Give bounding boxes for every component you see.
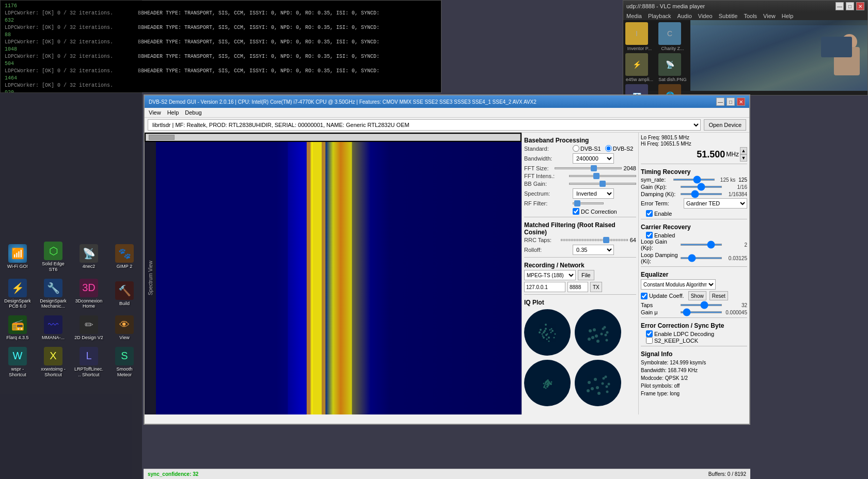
dvb-open-device-button[interactable]: Open Device [704, 119, 746, 131]
desktop-icon-wspr[interactable]: W wspr - Shortcut [2, 345, 33, 380]
vlc-minimize-button[interactable]: — [835, 2, 844, 10]
sym-rate-slider[interactable] [673, 179, 715, 181]
freq-up-button[interactable]: ▲ [740, 147, 747, 154]
desktop-icon-mmana[interactable]: 〰 MMANA-... [38, 313, 69, 343]
svg-point-56 [546, 386, 548, 388]
s2-keep-lock-checkbox[interactable] [646, 337, 653, 344]
vlc-menu-playback[interactable]: Playback [648, 13, 671, 19]
icon-label-designspark-pcb: DesignSpark PCB 6.0 [3, 298, 32, 310]
svg-point-38 [589, 329, 592, 332]
desktop-icon-smooth[interactable]: S Smooth Meteor [109, 345, 140, 380]
equalizer-algorithm-select[interactable]: Constant Modulus Algorithm [641, 279, 716, 290]
vlc-close-button[interactable]: ✕ [856, 2, 864, 10]
desktop-icon-gimp[interactable]: 🐾 GIMP 2 [109, 240, 140, 275]
equalizer-show-button[interactable]: Show [688, 291, 706, 300]
spectrum-select[interactable]: Inverted [573, 188, 614, 199]
dvb-device-select[interactable]: librtlsdr | MF: Realtek, PROD: RTL2838UH… [148, 119, 701, 131]
vlc-menu-media[interactable]: Media [626, 13, 642, 19]
file-button[interactable]: File [578, 270, 594, 280]
desktop-icon-4nec2[interactable]: 📡 4nec2 [73, 240, 104, 275]
loop-damping-ki-slider[interactable] [681, 257, 722, 259]
scroll-thumb[interactable] [149, 135, 175, 140]
vlc-menu-audio[interactable]: Audio [677, 13, 692, 19]
vlc-menu-tools[interactable]: Tools [744, 13, 757, 19]
dvbs1-radio-item[interactable]: DVB-S1 [573, 145, 601, 152]
dc-correction-checkbox[interactable] [573, 208, 579, 215]
fft-size-slider[interactable] [555, 167, 622, 169]
dvb-window: DVB-S2 Demod GUI - Version 2.0.16 | CPU:… [144, 94, 750, 425]
desktop-icon-3dconnexion[interactable]: 3D 3Dconnexion Home [73, 277, 104, 312]
dc-correction-label[interactable]: DC Correction [573, 208, 617, 215]
ldpc-checkbox[interactable] [646, 330, 653, 337]
dvbs2-radio-item[interactable]: DVB-S2 [605, 145, 634, 152]
bandwidth-select[interactable]: 2400000 [573, 153, 614, 164]
vlc-maximize-button[interactable]: □ [846, 2, 854, 10]
icon-label-view: View [119, 335, 129, 341]
equalizer-gain-mu-slider[interactable] [681, 311, 722, 313]
desktop-icon-lrp[interactable]: L LRPToffLinec... Shortcut [73, 345, 104, 380]
dvb-maximize-button[interactable]: □ [727, 98, 735, 106]
svg-point-37 [605, 334, 607, 337]
rolloff-select[interactable]: 0.35 [573, 245, 614, 255]
desktop-icon-solid-edge[interactable]: ⬡ Solid Edge ST6 [38, 240, 69, 275]
svg-point-65 [602, 382, 604, 385]
equalizer-taps-value: 32 [724, 302, 747, 308]
carrier-enabled-checkbox[interactable] [646, 232, 653, 238]
rolloff-label: Rolloff: [524, 247, 571, 253]
desktop-icon-designspark-pcb[interactable]: ⚡ DesignSpark PCB 6.0 [2, 277, 33, 312]
vlc-menu-subtitle[interactable]: Subtitle [719, 13, 738, 19]
divider-8 [641, 346, 747, 346]
update-coeff-checkbox[interactable] [641, 293, 648, 299]
bb-gain-slider[interactable] [569, 183, 636, 185]
charity-icon: C [658, 22, 681, 45]
icon-label-xxxtom: xxwxtoimg - Shortcut [39, 366, 68, 378]
update-coeff-label[interactable]: Update Coeff. [641, 293, 684, 299]
desktop-icon-xxxtom[interactable]: X xxwxtoimg - Shortcut [38, 345, 69, 380]
desktop-icon-flarq[interactable]: 📻 Flarq 4.3.5 [2, 313, 33, 343]
equalizer-gain-mu-value: 0.000045 [724, 310, 747, 315]
damping-ki-slider[interactable] [681, 193, 722, 195]
vlc-titlebar: udp://:8888 - VLC media player — □ ✕ [623, 1, 867, 12]
desktop-icon-grid: 📶 Wi-Fi GO! ⬡ Solid Edge ST6 📡 4nec2 🐾 G… [0, 237, 142, 382]
dvb-minimize-button[interactable]: — [716, 98, 724, 106]
equalizer-reset-button[interactable]: Reset [709, 291, 728, 300]
rf-filter-label: RF Filter: [524, 200, 571, 206]
mpeg-ts-select[interactable]: MPEG-TS (188) [524, 270, 576, 280]
rrc-taps-slider[interactable] [561, 239, 628, 241]
freq-spinners: ▲ ▼ [740, 147, 747, 162]
desktop-icon-view[interactable]: 👁 View [109, 313, 140, 343]
dvb-menu-help[interactable]: Help [167, 109, 179, 116]
ip-input[interactable] [524, 282, 565, 292]
gain-kp-slider[interactable] [681, 186, 722, 188]
rf-filter-slider[interactable] [573, 202, 604, 204]
dvb-menu-view[interactable]: View [149, 109, 161, 116]
vlc-menu-help[interactable]: Help [782, 13, 794, 19]
desktop-icon-designspark-mech[interactable]: 🔧 DesignSpark Mechanic... [38, 277, 69, 312]
spectrum-scrollbar[interactable] [146, 134, 520, 141]
error-term-select[interactable]: Gardner TED [684, 198, 747, 209]
rf-filter-row: RF Filter: [524, 200, 636, 206]
fft-intens-slider[interactable] [569, 175, 636, 177]
equalizer-taps-slider[interactable] [681, 304, 722, 306]
freq-down-button[interactable]: ▼ [740, 154, 747, 162]
svg-point-39 [604, 326, 606, 329]
dvbs1-radio[interactable] [573, 145, 579, 152]
svg-point-18 [550, 332, 552, 333]
hi-freq-label: Hi Freq: 10651.5 MHz [641, 141, 691, 147]
desktop-icon-2d-design[interactable]: ✏ 2D Design V2 [73, 313, 104, 343]
loop-gain-kp-slider[interactable] [681, 244, 722, 246]
port-input[interactable] [567, 282, 588, 292]
desktop-icon-build[interactable]: 🔨 Build [109, 277, 140, 312]
svg-point-73 [608, 383, 610, 386]
vlc-menu-view[interactable]: View [763, 13, 776, 19]
waterfall-svg [145, 142, 522, 414]
vlc-titlebar-controls: — □ ✕ [835, 2, 864, 10]
dvb-menu-debug[interactable]: Debug [185, 109, 201, 116]
timing-enable-checkbox[interactable] [646, 210, 653, 217]
vlc-menu-video[interactable]: Video [698, 13, 713, 19]
desktop-icon-wifi-go[interactable]: 📶 Wi-Fi GO! [2, 240, 33, 275]
icon-img-build: 🔨 [115, 281, 134, 300]
dvbs2-radio[interactable] [605, 145, 612, 152]
tx-button[interactable]: TX [590, 282, 602, 292]
dvb-close-button[interactable]: ✕ [737, 98, 745, 106]
